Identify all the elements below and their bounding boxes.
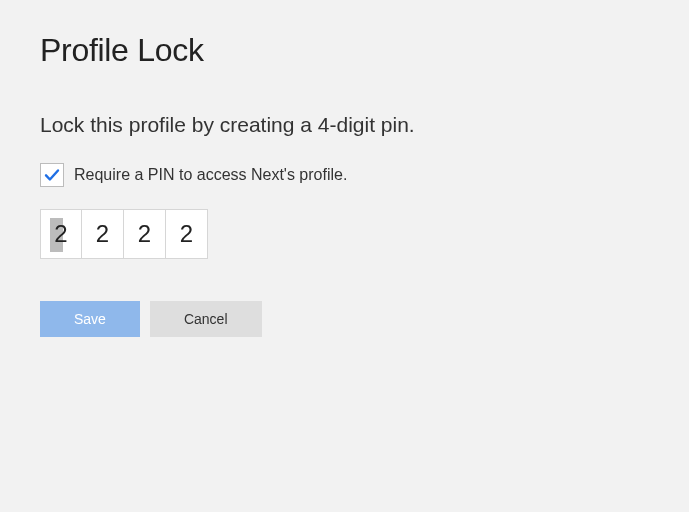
pin-digit-4[interactable]: 2 (166, 209, 208, 259)
require-pin-label: Require a PIN to access Next's profile. (74, 166, 347, 184)
pin-digit-value: 2 (180, 220, 193, 248)
pin-digit-value: 2 (54, 220, 67, 248)
pin-input-row: 2 2 2 2 (40, 209, 649, 259)
require-pin-row: Require a PIN to access Next's profile. (40, 163, 649, 187)
pin-digit-1[interactable]: 2 (40, 209, 82, 259)
subtitle: Lock this profile by creating a 4-digit … (40, 113, 649, 137)
pin-digit-value: 2 (138, 220, 151, 248)
require-pin-checkbox[interactable] (40, 163, 64, 187)
check-icon (43, 166, 61, 184)
button-row: Save Cancel (40, 301, 649, 337)
pin-digit-2[interactable]: 2 (82, 209, 124, 259)
save-button[interactable]: Save (40, 301, 140, 337)
page-title: Profile Lock (40, 32, 649, 69)
pin-digit-value: 2 (96, 220, 109, 248)
pin-digit-3[interactable]: 2 (124, 209, 166, 259)
cancel-button[interactable]: Cancel (150, 301, 262, 337)
